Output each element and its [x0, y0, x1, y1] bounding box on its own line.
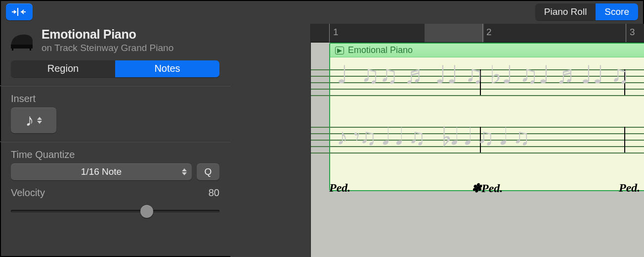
- stepper-arrows-icon: [37, 117, 42, 124]
- tab-region[interactable]: Region: [11, 60, 115, 77]
- velocity-label: Velocity: [11, 187, 45, 199]
- region-header[interactable]: ▶ Emotional Piano: [330, 44, 644, 57]
- editor-view-switch: Piano Roll Score: [535, 3, 638, 20]
- svg-rect-2: [30, 49, 31, 51]
- time-quantize-select[interactable]: 1/16 Note: [11, 163, 192, 180]
- eighth-note-icon: ♪: [26, 112, 34, 129]
- tab-score[interactable]: Score: [596, 3, 638, 20]
- catch-playhead-icon: [11, 7, 28, 17]
- slider-knob[interactable]: [140, 205, 153, 218]
- velocity-value: 80: [209, 187, 219, 199]
- insert-label: Insert: [0, 93, 230, 104]
- timeline-ruler[interactable]: 1 2 3: [230, 24, 644, 43]
- svg-rect-1: [12, 49, 13, 51]
- ruler-bar-number: 2: [486, 27, 492, 38]
- bass-clef-icon: 𝄢: [234, 121, 252, 150]
- stepper-arrows-icon: [182, 168, 187, 175]
- inspector-panel: Emotional Piano on Track Steinway Grand …: [0, 24, 230, 257]
- notes[interactable]: ♩ ♫♫ ♬ ♩♩ ♫ ♭♩ ♫♩ ♬ ♩♩ ♫: [337, 60, 629, 89]
- treble-staff[interactable]: 𝄞 44 ♩ ♫♫ ♬ ♩♩ ♫ ♭♩ ♫♩ ♬ ♩♩ ♫: [253, 69, 644, 99]
- time-signature: 44: [253, 74, 266, 89]
- track-subtitle: on Track Steinway Grand Piano: [42, 43, 173, 53]
- apply-quantize-button[interactable]: Q: [197, 163, 219, 180]
- ruler-bar-number: 3: [630, 27, 635, 38]
- catch-playhead-button[interactable]: [6, 3, 33, 20]
- tab-notes[interactable]: Notes: [115, 60, 219, 77]
- notes[interactable]: ♪ 𝄾 ♫ ♩ ♩ ♫ ♭♩ ♩ ♫ ♩ ♫: [337, 124, 530, 151]
- region-title: Emotional Piano: [42, 28, 173, 42]
- svg-rect-0: [11, 45, 33, 49]
- region-header-title: Emotional Piano: [348, 45, 413, 55]
- time-quantize-value: 1/16 Note: [81, 166, 122, 177]
- grand-piano-icon: [9, 31, 35, 51]
- pedal-marking[interactable]: ✽Ped.: [472, 181, 503, 195]
- pedal-marking[interactable]: Ped.: [619, 181, 640, 195]
- cycle-range[interactable]: [425, 24, 484, 42]
- bass-staff[interactable]: 𝄢 44 ♪ 𝄾 ♫ ♩ ♩ ♫ ♭♩ ♩ ♫ ♩ ♫: [253, 127, 644, 156]
- grand-staff: { 𝄞 44 ♩ ♫♫ ♬ ♩♩ ♫ ♭♩ ♫♩ ♬ ♩♩ ♫ 𝄢 44: [253, 69, 644, 184]
- ruler-bar-number: 1: [333, 27, 339, 38]
- tab-piano-roll[interactable]: Piano Roll: [535, 3, 596, 20]
- pedal-marking[interactable]: Ped.: [329, 181, 350, 195]
- score-area: 1 2 3 ▶ Emotional Piano { 𝄞 44: [230, 24, 644, 257]
- time-signature: 44: [253, 132, 266, 147]
- insert-note-value-popup[interactable]: ♪: [11, 107, 56, 133]
- time-quantize-label: Time Quantize: [0, 149, 230, 160]
- inspector-tab-switch: Region Notes: [11, 60, 219, 77]
- velocity-slider[interactable]: [11, 204, 219, 218]
- region-play-icon: ▶: [335, 47, 344, 54]
